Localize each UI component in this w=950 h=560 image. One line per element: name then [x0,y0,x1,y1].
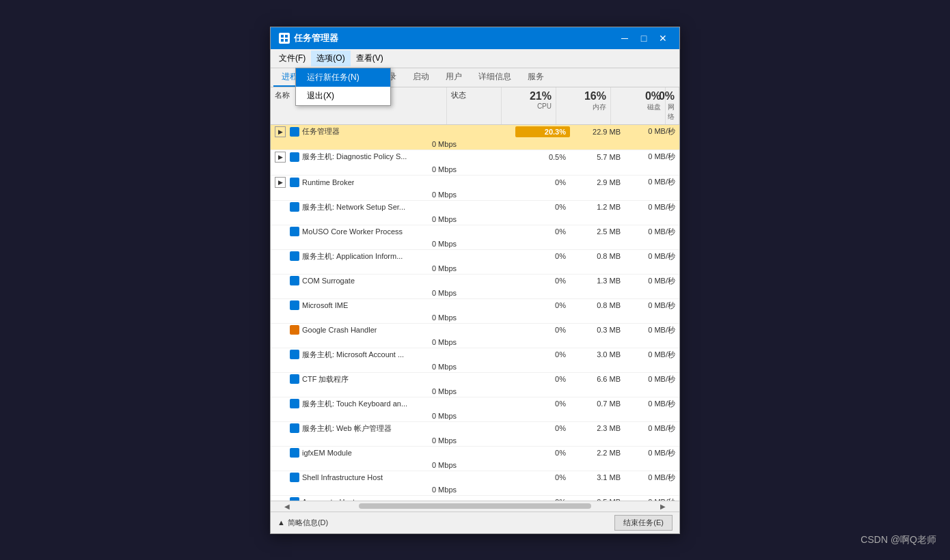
table-row[interactable]: ▶任务管理器20.3%22.9 MB0 MB/秒0 Mbps [271,125,679,150]
process-cpu: 0% [515,275,570,286]
svg-rect-1 [285,35,288,38]
process-disk: 0 MB/秒 [625,201,679,214]
menu-bar: 文件(F) 选项(O) 查看(V) 运行新任务(N) 退出(X) [271,49,679,68]
process-status [461,328,515,331]
process-disk: 0 MB/秒 [625,471,679,484]
process-disk: 0 MB/秒 [625,299,679,312]
process-status [461,353,515,356]
process-cpu: 0% [515,201,570,212]
watermark: CSDN @啊Q老师 [860,534,936,546]
table-row[interactable]: Google Crash Handler0%0.3 MB0 MB/秒0 Mbps [271,324,679,348]
process-cpu: 0% [515,398,570,409]
process-disk: 0 MB/秒 [625,422,679,435]
horizontal-scrollbar[interactable]: ◀ ▶ [271,501,679,512]
process-memory: 3.1 MB [570,472,625,483]
menu-options[interactable]: 选项(O) [311,51,350,66]
process-network: 0 Mbps [271,312,461,323]
process-network: 0 Mbps [271,164,461,175]
task-manager-window: 任务管理器 ─ □ ✕ 文件(F) 选项(O) 查看(V) 运行新任务(N) 退… [270,27,680,534]
process-memory: 22.9 MB [570,126,625,137]
table-row[interactable]: ▶服务主机: Diagnostic Policy S...0.5%5.7 MB0… [271,150,679,176]
process-name: Runtime Broker [302,178,354,186]
table-row[interactable]: 服务主机: Application Inform...0%0.8 MB0 MB/… [271,250,679,275]
process-name: Google Crash Handler [302,326,377,334]
table-row[interactable]: igfxEM Module0%2.2 MB0 MB/秒0 Mbps [271,447,679,471]
summary-toggle[interactable]: ▲ 简略信息(D) [277,518,328,528]
table-row[interactable]: CTF 加载程序0%6.6 MB0 MB/秒0 Mbps [271,373,679,397]
process-memory: 0.3 MB [570,324,625,335]
col-header-cpu[interactable]: 21% CPU [502,87,556,124]
end-task-button[interactable]: 结束任务(E) [614,515,673,531]
process-icon [290,300,299,310]
process-disk: 0 MB/秒 [625,397,679,410]
process-disk: 0 MB/秒 [625,447,679,460]
process-cpu: 0% [515,226,570,237]
table-row[interactable]: 服务主机: Touch Keyboard an...0%0.7 MB0 MB/秒… [271,397,679,422]
expand-icon[interactable]: ▶ [275,177,286,188]
process-cpu: 0.5% [515,152,570,163]
process-cpu: 0% [515,324,570,335]
tab-startup[interactable]: 启动 [405,68,437,87]
table-row[interactable]: 服务主机: Web 帐户管理器0%2.3 MB0 MB/秒0 Mbps [271,422,679,447]
table-row[interactable]: MoUSO Core Worker Process0%2.5 MB0 MB/秒0… [271,225,679,250]
process-icon [290,127,299,137]
process-network: 0 Mbps [271,435,461,446]
process-network: 0 Mbps [271,263,461,274]
expand-icon[interactable]: ▶ [275,126,286,137]
table-row[interactable]: AggregatorHost.exe0%0.5 MB0 MB/秒0 Mbps [271,496,679,501]
process-disk: 0 MB/秒 [625,176,679,188]
dropdown-exit[interactable]: 退出(X) [296,87,390,105]
table-row[interactable]: COM Surrogate0%1.3 MB0 MB/秒0 Mbps [271,275,679,299]
process-cpu: 20.3% [515,126,570,137]
tab-services[interactable]: 服务 [519,68,552,87]
process-name: igfxEM Module [302,449,352,457]
table-row[interactable]: 服务主机: Microsoft Account ...0%3.0 MB0 MB/… [271,348,679,373]
process-name: 服务主机: Network Setup Ser... [302,202,405,212]
maximize-button[interactable]: □ [636,31,652,45]
minimize-button[interactable]: ─ [616,31,633,45]
expand-icon[interactable]: ▶ [275,152,286,163]
process-status [461,279,515,282]
col-header-network[interactable]: 0% 网络 [666,87,679,124]
process-disk: 0 MB/秒 [625,125,679,138]
col-header-disk[interactable]: 0% 磁盘 [611,87,666,124]
menu-file[interactable]: 文件(F) [273,51,311,66]
process-name: 服务主机: Microsoft Account ... [302,350,404,360]
process-disk: 0 MB/秒 [625,324,679,337]
title-bar-controls: ─ □ ✕ [616,31,671,45]
process-status [461,304,515,307]
menu-view[interactable]: 查看(V) [351,51,389,66]
process-name: COM Surrogate [302,277,355,285]
table-row[interactable]: 服务主机: Network Setup Ser...0%1.2 MB0 MB/秒… [271,201,679,225]
process-network: 0 Mbps [271,460,461,471]
process-icon [290,399,299,408]
table-row[interactable]: ▶Runtime Broker0%2.9 MB0 MB/秒0 Mbps [271,176,679,201]
process-name: CTF 加载程序 [302,374,349,384]
process-memory: 0.7 MB [570,398,625,409]
process-status [461,130,515,133]
close-button[interactable]: ✕ [655,31,671,45]
table-row[interactable]: Microsoft IME0%0.8 MB0 MB/秒0 Mbps [271,299,679,324]
process-name: 服务主机: Touch Keyboard an... [302,399,407,409]
process-name: MoUSO Core Worker Process [302,227,403,236]
process-cpu: 0% [515,300,570,311]
tab-details[interactable]: 详细信息 [470,68,519,87]
window-title: 任务管理器 [294,32,338,44]
col-header-status[interactable]: 状态 [447,87,502,124]
h-scroll-thumb[interactable] [359,503,591,509]
process-icon [290,374,299,384]
process-icon [290,276,299,285]
col-header-memory[interactable]: 16% 内存 [556,87,611,124]
process-cpu: 0% [515,177,570,188]
process-status [461,402,515,405]
process-status [461,378,515,380]
tab-users[interactable]: 用户 [437,68,470,87]
table-row[interactable]: Shell Infrastructure Host0%3.1 MB0 MB/秒0… [271,471,679,496]
process-network: 0 Mbps [271,214,461,225]
app-icon [279,33,290,44]
chevron-up-icon: ▲ [277,518,285,527]
dropdown-run-new-task[interactable]: 运行新任务(N) [296,68,390,87]
process-disk: 0 MB/秒 [625,373,679,386]
process-icon [290,202,299,212]
process-network: 0 Mbps [271,288,461,298]
